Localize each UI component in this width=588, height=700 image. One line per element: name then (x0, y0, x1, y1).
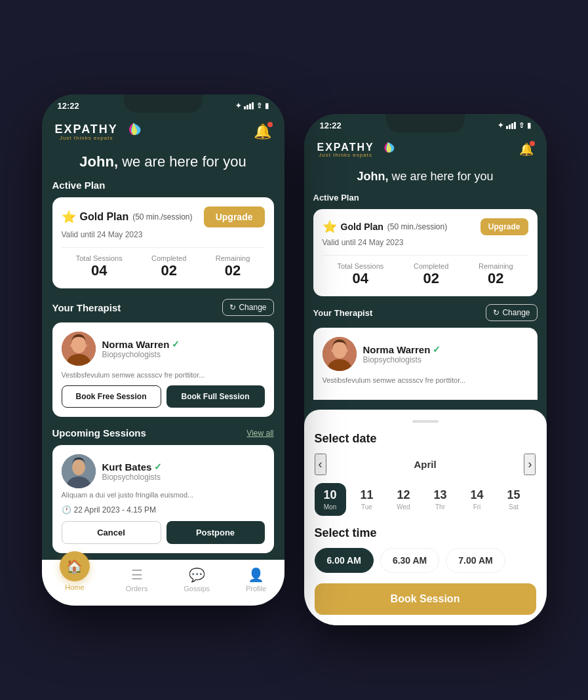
date-item-10[interactable]: 10 Mon (315, 483, 346, 516)
remaining-value-right: 02 (479, 270, 513, 287)
book-session-button[interactable]: Book Session (315, 583, 536, 615)
gossips-icon: 💬 (189, 567, 205, 583)
battery-icon-right: ▮ (527, 121, 531, 130)
date-num-11: 11 (360, 488, 373, 502)
date-item-11[interactable]: 11 Tue (351, 483, 383, 516)
book-free-button[interactable]: Book Free Session (62, 385, 161, 408)
nav-orders-label: Orders (126, 585, 148, 593)
nav-home[interactable]: 🏠 Home (60, 567, 90, 593)
date-next-button[interactable]: › (524, 454, 536, 475)
plan-duration-left: (50 min./session) (132, 212, 192, 222)
plan-validity-right: Valid until 24 May 2023 (323, 238, 528, 247)
book-full-button[interactable]: Book Full Session (167, 385, 265, 408)
notification-bell-right[interactable]: 🔔 (519, 142, 534, 157)
date-item-14[interactable]: 14 Fri (461, 483, 493, 516)
postpone-session-button[interactable]: Postpone (167, 521, 265, 544)
completed-value: 02 (151, 262, 186, 279)
time-options-row: 6.00 AM6.30 AM7.00 AM (315, 548, 536, 573)
plan-header-right: ⭐ Gold Plan (50 min./session) Upgrade (323, 218, 528, 235)
nav-profile[interactable]: 👤 Profile (246, 567, 266, 593)
session-therapist-name: Kurt Bates ✓ (102, 461, 265, 473)
therapist-section-label-right: Your Therapist (313, 308, 373, 318)
plan-header-left: ⭐ Gold Plan (50 min./session) Upgrade (62, 206, 265, 227)
upcoming-label: Upcoming Sessions (52, 427, 146, 438)
select-time-label: Select time (315, 526, 377, 539)
completed-label: Completed (151, 254, 186, 262)
therapist-card-left: Norma Warren ✓ Biopsychologists Vestibsf… (52, 322, 274, 417)
select-time-title: Select time (315, 526, 536, 540)
date-day-15: Sat (509, 503, 519, 511)
therapist-card-right: Norma Warren ✓ Biopsychologists Vestibsf… (313, 328, 538, 400)
right-content-bg: Active Plan ⭐ Gold Plan (50 min./session… (304, 193, 547, 400)
greeting-right: John, we are here for you (304, 167, 547, 193)
total-sessions-value-right: 04 (337, 270, 383, 287)
home-fab-icon: 🏠 (60, 551, 90, 581)
logo-bird-icon (122, 120, 145, 143)
change-therapist-button-left[interactable]: ↻ Change (222, 299, 273, 316)
therapist-section-label-left: Your Therapist (52, 302, 121, 313)
therapist-desc-right: Vestibsfevulum semwe acssscv fre porttit… (323, 376, 528, 384)
session-card-left: Kurt Bates ✓ Biopsychologists Aliquam a … (52, 445, 274, 553)
therapist-info-left: Norma Warren ✓ Biopsychologists (102, 339, 265, 359)
app-name-left: EXPATHY (55, 123, 118, 136)
battery-icon: ▮ (265, 102, 269, 110)
plan-title-left: Gold Plan (80, 211, 129, 223)
date-navigation: ‹ April › (315, 454, 536, 475)
therapist-avatar-norma-right (323, 337, 357, 371)
sheet-handle (412, 420, 439, 423)
date-scroll-row: 10 Mon 11 Tue 12 Wed 13 Thr 14 Fri 15 Sa… (315, 483, 536, 516)
session-time-text: 22 April 2023 - 4.15 PM (74, 505, 156, 515)
app-tagline-left: Just thinks expats (55, 135, 118, 141)
date-prev-button[interactable]: ‹ (315, 454, 326, 475)
date-item-12[interactable]: 12 Wed (388, 483, 420, 516)
norma-avatar-img (62, 332, 96, 366)
plan-card-right: ⭐ Gold Plan (50 min./session) Upgrade Va… (313, 209, 538, 296)
bottom-nav-left: 🏠 Home ☰ Orders 💬 Gossips 👤 Profile (42, 560, 284, 606)
svg-point-4 (72, 459, 85, 475)
date-num-12: 12 (397, 488, 410, 502)
orders-icon: ☰ (131, 567, 143, 583)
active-plan-label-right: Active Plan (313, 193, 538, 203)
therapist-name-right: Norma Warren ✓ (363, 344, 528, 355)
change-therapist-button-right[interactable]: ↻ Change (486, 304, 537, 321)
date-num-14: 14 (470, 488, 483, 502)
left-phone: 12:22 ✦ ⇧ ▮ EXPATHY (42, 94, 284, 606)
time-chip-2[interactable]: 7.00 AM (446, 548, 505, 573)
time-chip-1[interactable]: 6.30 AM (380, 548, 439, 573)
session-therapist-role: Biopsychologists (102, 473, 265, 482)
total-sessions-label-right: Total Sessions (337, 262, 383, 270)
time-chip-0[interactable]: 6.00 AM (315, 548, 374, 573)
app-name-right: EXPATHY (317, 142, 374, 153)
nav-gossips[interactable]: 💬 Gossips (184, 567, 210, 593)
session-top-left: Kurt Bates ✓ Biopsychologists (62, 454, 265, 488)
select-date-label: Select date (315, 432, 377, 445)
star-icon-right: ⭐ (323, 220, 337, 234)
date-item-15[interactable]: 15 Sat (498, 483, 530, 516)
wifi-icon: ⇧ (256, 102, 262, 110)
therapist-name-left: Norma Warren ✓ (102, 339, 265, 350)
total-sessions-stat: Total Sessions 04 (76, 254, 123, 279)
app-header-left: EXPATHY Just thinks expats 🔔 (42, 115, 284, 151)
therapist-role-left: Biopsychologists (102, 350, 265, 359)
change-label-right: Change (502, 308, 530, 317)
nav-profile-label: Profile (246, 585, 266, 593)
session-therapist-name-text: Kurt Bates (102, 461, 152, 473)
upgrade-button-right[interactable]: Upgrade (480, 218, 528, 235)
upgrade-button-left[interactable]: Upgrade (204, 206, 265, 227)
total-sessions-label: Total Sessions (76, 254, 123, 262)
remaining-label-right: Remaining (479, 262, 513, 270)
status-time-left: 12:22 (58, 101, 79, 111)
kurt-avatar-img (62, 454, 96, 488)
total-sessions-stat-right: Total Sessions 04 (337, 262, 383, 287)
date-day-13: Thr (435, 503, 445, 511)
main-scroll-left[interactable]: Active Plan ⭐ Gold Plan (50 min./session… (42, 180, 284, 586)
therapist-avatar-norma-left (62, 332, 96, 366)
plan-name-right: ⭐ Gold Plan (50 min./session) (323, 220, 448, 234)
status-time-right: 12:22 (320, 121, 342, 130)
cancel-session-button[interactable]: Cancel (62, 521, 161, 544)
nav-orders[interactable]: ☰ Orders (126, 567, 148, 593)
notification-bell-left[interactable]: 🔔 (254, 123, 271, 140)
view-all-link[interactable]: View all (246, 429, 273, 438)
date-item-13[interactable]: 13 Thr (425, 483, 456, 516)
greeting-rest-left: we are here for you (122, 153, 246, 170)
